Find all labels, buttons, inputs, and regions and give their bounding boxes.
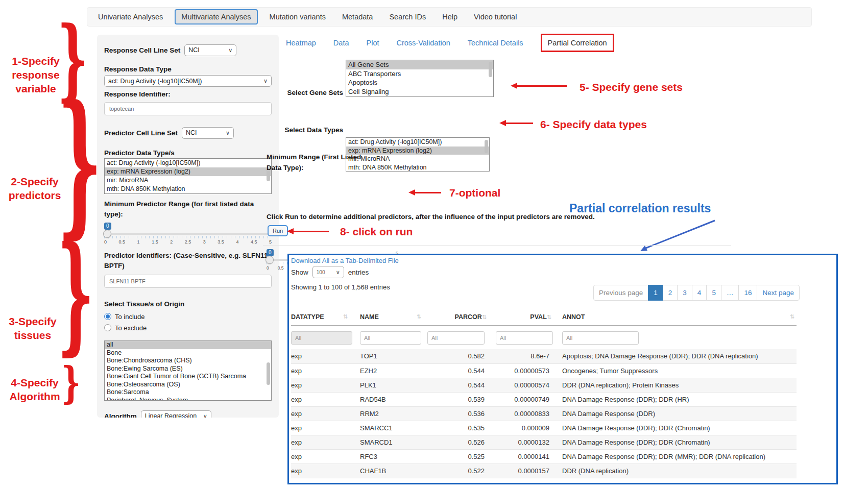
predictor-cell-line-set-select[interactable]: NCI ∨	[182, 127, 234, 139]
tab-data[interactable]: Data	[333, 39, 349, 47]
scrollbar-thumb[interactable]	[489, 62, 492, 77]
data-type-option[interactable]: exp: mRNA Expression (log2)	[346, 147, 489, 155]
slider-handle[interactable]	[103, 230, 111, 238]
minimum-range-label: Minimum Range (First Listed Data Type):	[267, 152, 361, 173]
tab-heatmap[interactable]: Heatmap	[286, 39, 316, 47]
filter-pval-input[interactable]	[496, 331, 553, 345]
arrow-run	[293, 231, 329, 232]
page-button[interactable]: 3	[677, 285, 692, 301]
cell-pval: 0.00000574	[487, 378, 551, 392]
nav-item[interactable]: Help	[438, 10, 462, 24]
entries-label: entries	[348, 269, 369, 276]
column-header-parcor[interactable]: PARCOR⇅	[427, 308, 487, 326]
data-type-option[interactable]: mth: DNA 850K Methylation	[346, 163, 489, 172]
scrollbar-thumb[interactable]	[485, 140, 488, 153]
gene-set-option[interactable]: Apoptosis	[346, 78, 493, 87]
page-button[interactable]: 2	[663, 285, 678, 301]
cell-name: RFC3	[360, 449, 427, 463]
filter-parcor-input[interactable]	[427, 331, 485, 345]
download-link[interactable]: Download All as a Tab-Delimited File	[291, 257, 399, 264]
sort-icon[interactable]: ⇅	[790, 313, 794, 320]
tissue-option[interactable]: Bone:Osteosarcoma (OS)	[105, 381, 271, 389]
nav-item[interactable]: Search IDs	[384, 10, 430, 24]
table-row[interactable]: exp TOP1 0.582 8.6e-7 Apoptosis; DNA Dam…	[291, 349, 797, 363]
tissue-option[interactable]: Bone:Chondrosarcoma (CHS)	[105, 357, 271, 365]
tab-partial-correlation[interactable]: Partial Correlation	[548, 39, 607, 47]
predictor-identifiers-input[interactable]	[104, 275, 272, 288]
table-row[interactable]: exp SMARCC1 0.535 0.000009 DNA Damage Re…	[291, 421, 797, 435]
page-button[interactable]: 4	[692, 285, 707, 301]
tissue-radio-option[interactable]: To include	[104, 311, 272, 322]
tissue-option[interactable]: all	[105, 341, 271, 349]
table-row[interactable]: exp PLK1 0.544 0.00000574 DDR (DNA repli…	[291, 378, 797, 392]
sort-icon[interactable]: ⇅	[417, 313, 421, 320]
predictor-data-type-option[interactable]: act: Drug Activity (-log10[IC50M])	[105, 159, 271, 167]
tab-technical-details[interactable]: Technical Details	[468, 39, 523, 47]
run-button[interactable]: Run	[268, 225, 288, 236]
cell-parcor: 0.539	[427, 392, 487, 406]
tick-label: 2.5	[185, 239, 191, 245]
column-header-datatype[interactable]: DATATYPE ⇅	[291, 308, 360, 326]
table-row[interactable]: exp EZH2 0.544 0.00000573 Oncogenes; Tum…	[291, 363, 797, 378]
tissue-option[interactable]: Peripheral_Nervous_System	[105, 397, 271, 401]
data-type-option[interactable]: mir: MicroRNA	[346, 155, 489, 163]
sort-icon[interactable]: ⇅	[547, 314, 551, 320]
annotation-step3: 3-Specify tissues	[6, 314, 59, 342]
column-header-name[interactable]: NAME ⇅	[360, 308, 427, 326]
page-button[interactable]: Previous page	[593, 285, 648, 301]
filter-annot-input[interactable]	[562, 331, 639, 345]
page-button[interactable]: 5	[706, 285, 721, 301]
page-button[interactable]: 1	[648, 285, 663, 301]
table-row[interactable]: exp RFC3 0.525 0.0000141 DNA Damage Resp…	[291, 449, 797, 463]
nav-item[interactable]: Multivariate Analyses	[175, 9, 257, 25]
gene-set-option[interactable]: ABC Transporters	[346, 69, 493, 79]
cell-pval: 0.000009	[487, 421, 551, 435]
page-size-select[interactable]: 100 ∨	[312, 266, 344, 278]
algorithm-select[interactable]: Linear Regression ∨	[141, 410, 211, 418]
predictor-data-type-option[interactable]: mth: DNA 850K Methylation	[105, 185, 271, 193]
table-row[interactable]: exp RAD54B 0.539 0.00000749 DNA Damage R…	[291, 392, 797, 406]
tissue-listbox: allBoneBone:Chondrosarcoma (CHS)Bone:Ewi…	[104, 340, 272, 401]
sort-icon[interactable]: ⇅	[482, 314, 487, 320]
tissue-option[interactable]: Bone:Giant Cell Tumor of Bone (GCTB) Sar…	[105, 373, 271, 381]
filter-name-input[interactable]	[360, 331, 421, 345]
predictor-data-type-option[interactable]: mir: MicroRNA	[105, 176, 271, 185]
page-button[interactable]: 16	[738, 285, 757, 301]
response-cell-line-set-select[interactable]: NCI ∨	[184, 44, 236, 56]
table-row[interactable]: exp SMARCD1 0.526 0.0000132 DNA Damage R…	[291, 435, 797, 449]
column-header-annot[interactable]: ANNOT ⇅	[551, 308, 797, 326]
tab-cross-validation[interactable]: Cross-Validation	[396, 39, 450, 47]
nav-item[interactable]: Univariate Analyses	[93, 10, 167, 24]
nav-item[interactable]: Mutation variants	[265, 10, 330, 24]
tissue-option[interactable]: Bone:Ewing Sarcoma (ES)	[105, 365, 271, 373]
cell-parcor: 0.582	[427, 349, 487, 363]
min-predictor-range-slider[interactable]: 0 5 00.511.522.533.544.55	[104, 222, 272, 245]
filter-datatype-input[interactable]	[291, 331, 352, 345]
tissue-option[interactable]: Bone	[105, 349, 271, 357]
table-header-row: DATATYPE ⇅ NAME ⇅ PARCOR⇅ PVAL⇅ ANNOT ⇅	[291, 308, 797, 326]
tissue-radio-option[interactable]: To exclude	[104, 322, 272, 333]
tick-label: 2	[170, 239, 173, 245]
scrollbar-thumb[interactable]	[267, 362, 270, 385]
slider-handle[interactable]	[266, 256, 274, 264]
table-row[interactable]: exp RRM2 0.536 0.00000833 DNA Damage Res…	[291, 406, 797, 421]
table-row[interactable]: exp CHAF1B 0.522 0.0000157 DDR (DNA repl…	[291, 463, 797, 478]
page-button[interactable]: …	[721, 285, 739, 301]
column-header-pval[interactable]: PVAL⇅	[487, 308, 551, 326]
nav-item[interactable]: Video tutorial	[469, 10, 521, 24]
cell-pval: 0.00000573	[487, 363, 551, 378]
gene-set-option[interactable]: All Gene Sets	[346, 60, 493, 69]
response-identifier-input[interactable]	[104, 102, 272, 115]
nav-item[interactable]: Metadata	[337, 10, 377, 24]
annotation-step8: 8- click on run	[340, 225, 413, 238]
gene-set-option[interactable]: Cell Signaling	[346, 87, 493, 96]
cell-parcor: 0.544	[427, 363, 487, 378]
response-data-type-select[interactable]: act: Drug Activity (-log10[IC50M]) ∨	[104, 75, 272, 87]
page-button[interactable]: Next page	[757, 285, 800, 301]
predictor-data-type-option[interactable]: exp: mRNA Expression (log2)	[105, 167, 271, 176]
tab-plot[interactable]: Plot	[366, 39, 379, 47]
sort-icon[interactable]: ⇅	[343, 313, 348, 320]
cell-datatype: exp	[291, 363, 360, 378]
tissue-option[interactable]: Bone:Sarcoma	[105, 388, 271, 397]
data-type-option[interactable]: act: Drug Activity (-log10[IC50M])	[346, 138, 489, 147]
